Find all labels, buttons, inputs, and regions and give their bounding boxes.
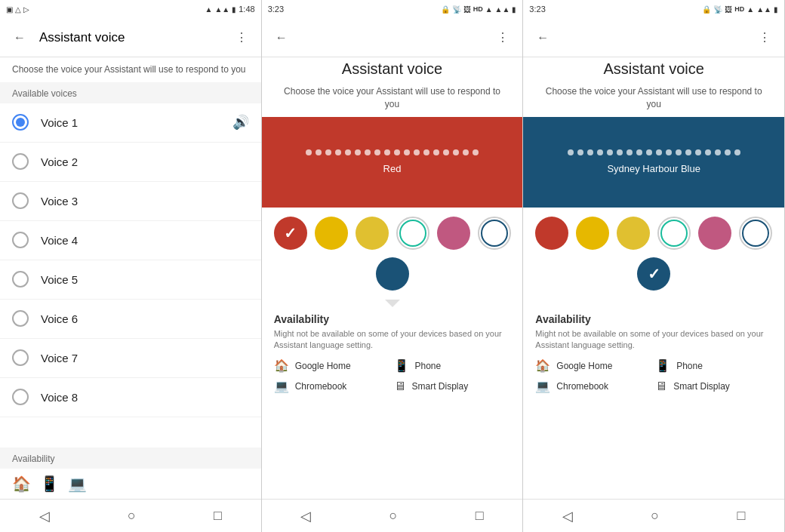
device-smartdisplay-2: 🖥 Smart Display	[394, 379, 511, 393]
menu-button-3[interactable]: ⋮	[751, 24, 778, 51]
voice-item-6[interactable]: Voice 6	[0, 300, 261, 339]
back-button-3[interactable]: ←	[529, 24, 556, 51]
swatch-teal-3[interactable]	[657, 217, 691, 250]
title-2: Assistant voice	[262, 57, 523, 79]
bdot5	[607, 149, 613, 155]
swatch-gold-3[interactable]	[576, 217, 609, 250]
swatch-navy-2[interactable]	[376, 257, 409, 291]
voice-item-3[interactable]: Voice 3	[0, 182, 261, 221]
status-icons-left: ▣ △ ▷	[6, 5, 29, 14]
voice-item-4[interactable]: Voice 4	[0, 221, 261, 260]
bdot12	[676, 149, 682, 155]
bdot17	[725, 149, 731, 155]
menu-button-1[interactable]: ⋮	[228, 24, 255, 51]
subtitle-3: Choose the voice your Assistant will use…	[523, 79, 784, 117]
swatch-yellow-3[interactable]	[617, 217, 650, 250]
voice-label-3: Voice 3	[41, 195, 249, 208]
back-button-1[interactable]: ←	[6, 24, 33, 51]
swatch-yellow-2[interactable]	[356, 217, 389, 250]
nav-back-1[interactable]: ◁	[39, 508, 50, 524]
nav-back-2[interactable]: ◁	[300, 508, 311, 524]
devices-grid-3: 🏠 Google Home 📱 Phone 💻 Chromebook 🖥 Sma…	[535, 358, 772, 393]
section-voices-header: Available voices	[0, 82, 261, 103]
swatch-red-2[interactable]: ✓	[274, 217, 307, 250]
bottom-nav-2: ◁ ○ □	[262, 499, 523, 532]
page-title-1: Assistant voice	[39, 30, 228, 45]
menu-button-2[interactable]: ⋮	[489, 24, 516, 51]
status-bar-2: 3:23 🔒 📡 🖼 HD ▲ ▲▲ ▮	[262, 0, 523, 18]
spacer-3	[523, 300, 784, 307]
section-availability-header: Availability	[0, 447, 261, 469]
voice-label-2: Voice 2	[41, 155, 249, 168]
chromebook-icon-3: 💻	[535, 379, 550, 393]
signal-icon: ▲▲	[214, 5, 229, 14]
subtitle-2: Choose the voice your Assistant will use…	[262, 79, 523, 117]
bottom-nav-3: ◁ ○ □	[523, 499, 784, 532]
voice-item-7[interactable]: Voice 7	[0, 339, 261, 378]
nav-recents-1[interactable]: □	[214, 508, 222, 524]
availability-desc-3: Might not be available on some of your d…	[535, 328, 772, 352]
radio-inner-1	[16, 118, 25, 127]
dot17	[463, 149, 469, 155]
availability-desc-2: Might not be available on some of your d…	[274, 328, 511, 352]
cast-icon-3: 📡	[713, 5, 722, 14]
nav-home-1[interactable]: ○	[128, 508, 136, 524]
color-name-3: Sydney Harbour Blue	[607, 163, 700, 174]
color-hero-3: Sydney Harbour Blue	[523, 117, 784, 208]
swatch-pink-2[interactable]	[437, 217, 470, 250]
dot13	[423, 149, 429, 155]
nav-home-3[interactable]: ○	[651, 508, 659, 524]
radio-voice-5	[12, 271, 29, 288]
check-red-2: ✓	[284, 224, 297, 242]
swatch-pink-3[interactable]	[698, 217, 731, 250]
back-button-2[interactable]: ←	[268, 24, 295, 51]
chromebook-label-2: Chromebook	[295, 381, 347, 392]
radio-voice-7	[12, 349, 29, 366]
status-time-3: 3:23	[529, 5, 545, 14]
time-2: 3:23	[268, 5, 284, 14]
device-phone-3: 📱 Phone	[655, 358, 772, 373]
status-time-2: 3:23	[268, 5, 284, 14]
bdot7	[626, 149, 633, 155]
chromebook-label-3: Chromebook	[556, 381, 608, 392]
bdot1	[568, 149, 574, 155]
nav-recents-3[interactable]: □	[737, 508, 745, 524]
bdot4	[597, 149, 603, 155]
radio-voice-8	[12, 389, 29, 405]
voice-item-1[interactable]: Voice 1 🔊	[0, 103, 261, 143]
dot9	[384, 149, 390, 155]
color-name-2: Red	[383, 163, 402, 174]
voice-label-7: Voice 7	[41, 352, 249, 364]
bdot15	[705, 149, 711, 155]
phone-label-3: Phone	[676, 361, 703, 371]
wifi-icon-3: ▲	[747, 5, 754, 14]
smartdisplay-label-2: Smart Display	[412, 381, 469, 392]
voice-item-2[interactable]: Voice 2	[0, 143, 261, 182]
voice-label-6: Voice 6	[41, 312, 249, 325]
status-bar-3: 3:23 🔒 📡 🖼 HD ▲ ▲▲ ▮	[523, 0, 784, 18]
swatch-darkteal-2[interactable]	[478, 217, 511, 250]
color-dots-3	[556, 149, 753, 155]
signal-icon-3: ▲▲	[756, 5, 771, 14]
swatch-teal-2[interactable]	[396, 217, 429, 250]
voice-item-5[interactable]: Voice 5	[0, 260, 261, 300]
radio-voice-4	[12, 232, 29, 248]
home-label-3: Google Home	[556, 361, 612, 371]
nav-home-2[interactable]: ○	[389, 508, 398, 524]
swatch-red-3[interactable]	[535, 217, 568, 250]
photo-icon-2: 🖼	[463, 5, 471, 14]
dot2	[316, 149, 322, 155]
home-icon-2: 🏠	[274, 358, 289, 373]
status-icons-3: 🔒 📡 🖼 HD ▲ ▲▲ ▮	[702, 5, 778, 14]
bdot14	[695, 149, 701, 155]
swatch-gold-2[interactable]	[315, 217, 348, 250]
nav-back-3[interactable]: ◁	[562, 508, 573, 524]
swatch-darkteal-3[interactable]	[739, 217, 772, 250]
battery-icon-3: ▮	[774, 5, 778, 14]
nav-recents-2[interactable]: □	[476, 508, 484, 524]
availability-icons-row: 🏠 📱 💻	[0, 469, 261, 499]
voice-item-8[interactable]: Voice 8	[0, 378, 261, 417]
swatch-navy-3[interactable]: ✓	[637, 257, 670, 291]
bdot11	[666, 149, 672, 155]
radio-voice-3	[12, 192, 29, 209]
